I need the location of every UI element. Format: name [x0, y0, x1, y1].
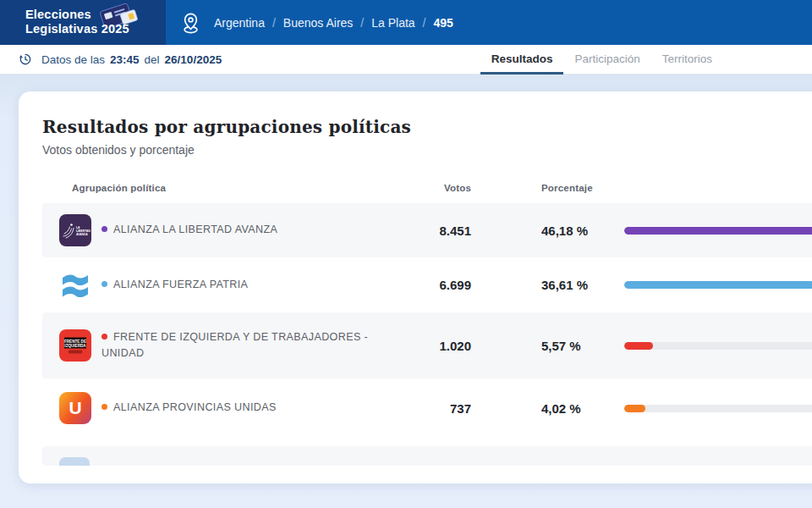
percentage-value: 4,02 % [541, 401, 617, 416]
party-logo-pu: U [59, 392, 91, 424]
page-title: Resultados por agrupaciones políticas [42, 117, 812, 137]
party-color-dot [102, 404, 107, 410]
breadcrumb: Argentina/Buenos Aires/La Plata/495 [179, 11, 453, 35]
percentage-value: 36,61 % [541, 278, 617, 292]
breadcrumb-separator: / [423, 16, 426, 30]
party-logo-lla: LA LIBERTAD AVANZA [59, 214, 91, 246]
page-subtitle: Votos obtenidos y porcentaje [42, 143, 812, 157]
results-card: Resultados por agrupaciones políticas Vo… [19, 91, 812, 483]
bar-track [624, 342, 812, 350]
timestamp-time: 23:45 [110, 53, 140, 66]
bar-fill [624, 281, 812, 289]
timestamp-date: 26/10/2025 [165, 53, 222, 66]
percentage-bar [624, 342, 812, 350]
percentage-value: 46,18 % [541, 224, 617, 238]
breadcrumb-separator: / [272, 16, 276, 30]
party-name: ALIANZA PROVINCIAS UNIDAS [102, 400, 398, 416]
percentage-bar [624, 227, 812, 235]
breadcrumb-item-buenos-aires[interactable]: Buenos Aires [283, 16, 354, 30]
bar-track [624, 405, 812, 412]
table-row: FRENTE DE IZQUIERDA FRENTE DE IZQUIERDA … [42, 312, 812, 378]
table-row: ALIANZA FUERZA PATRIA6.69936,61 % [42, 257, 812, 312]
column-header-party: Agrupación política [72, 183, 398, 193]
tab-territorios[interactable]: Territorios [651, 45, 723, 75]
table-row: LA LIBERTAD AVANZAALIANZA LA LIBERTAD AV… [42, 203, 812, 257]
status-bar: Datos de las 23:45 del 26/10/2025 Result… [0, 45, 812, 75]
bar-fill [624, 342, 653, 350]
svg-text:FRENTE DE: FRENTE DE [64, 340, 86, 344]
table-header: Agrupación política Votos Porcentaje [42, 183, 812, 193]
history-clock-icon [19, 52, 32, 66]
percentage-value: 5,57 % [541, 339, 617, 353]
timestamp-prefix: Datos de las [41, 53, 105, 66]
location-pin-icon [179, 11, 202, 35]
votes-value: 8.451 [398, 224, 471, 238]
breadcrumb-item-495: 495 [433, 16, 453, 30]
svg-text:AVANZA: AVANZA [76, 233, 88, 236]
bar-fill [624, 405, 645, 412]
percentage-bar [624, 281, 812, 289]
app-logo[interactable]: Elecciones Legislativas 2025 [0, 0, 166, 45]
party-logo-fp [59, 269, 91, 301]
bar-track [624, 281, 812, 289]
app-title-line2: Legislativas 2025 [25, 22, 129, 36]
tab-bar: ResultadosParticipaciónTerritorios [480, 45, 723, 75]
svg-text:IZQUIERDA: IZQUIERDA [64, 344, 86, 348]
timestamp-connector: del [145, 53, 160, 66]
bar-track [624, 227, 812, 235]
votes-value: 6.699 [398, 278, 471, 292]
table-row-partial [42, 446, 812, 466]
party-name: FRENTE DE IZQUIERDA Y DE TRABAJADORES - … [102, 329, 398, 362]
party-logo-fit: FRENTE DE IZQUIERDA [59, 329, 91, 362]
party-color-dot [102, 226, 107, 232]
party-name: ALIANZA FUERZA PATRIA [102, 277, 398, 293]
results-table: LA LIBERTAD AVANZAALIANZA LA LIBERTAD AV… [42, 203, 812, 438]
table-row: UALIANZA PROVINCIAS UNIDAS7374,02 % [42, 378, 812, 438]
app-header: Elecciones Legislativas 2025 Argentina/B… [0, 0, 812, 45]
party-logo-partial [59, 457, 90, 466]
column-header-votes: Votos [398, 183, 471, 193]
tab-resultados[interactable]: Resultados [480, 45, 564, 75]
breadcrumb-item-la-plata[interactable]: La Plata [371, 16, 414, 30]
breadcrumb-separator: / [360, 16, 364, 30]
votes-value: 1.020 [398, 339, 471, 353]
app-title-line1: Elecciones [25, 8, 129, 22]
party-name: ALIANZA LA LIBERTAD AVANZA [102, 222, 398, 238]
percentage-bar [624, 405, 812, 412]
column-header-percentage: Porcentaje [541, 183, 643, 193]
party-color-dot [102, 281, 107, 287]
breadcrumb-item-argentina[interactable]: Argentina [214, 16, 265, 30]
tab-participacion[interactable]: Participación [563, 45, 650, 75]
bar-fill [624, 227, 812, 235]
data-timestamp: Datos de las 23:45 del 26/10/2025 [19, 52, 225, 66]
votes-value: 737 [398, 401, 471, 416]
party-color-dot [102, 334, 107, 340]
